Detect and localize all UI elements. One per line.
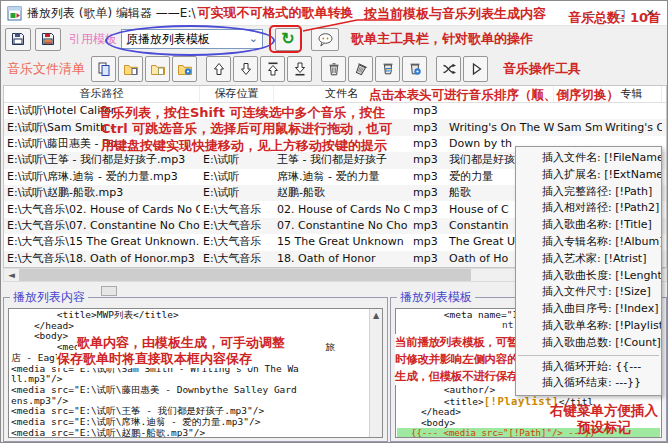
menu-item[interactable]: 插入歌曲总数: [!Count] <box>516 335 661 352</box>
play-icon <box>468 61 484 77</box>
delete-gear-button[interactable] <box>402 56 427 82</box>
cell-path: E:\大气音乐\02. House of Cards No Choi <box>4 202 200 218</box>
cell-file: 18. Oath of Honor <box>274 251 410 267</box>
cell-path: E:\大气音乐\07. Constantine No Choir.mp <box>4 218 200 234</box>
cell-ext: mp3 <box>410 152 446 168</box>
trash-file-icon <box>380 61 396 77</box>
menu-item[interactable]: 插入循环结束: ---}} <box>516 375 661 392</box>
chevron-down-icon: ⌄ <box>249 32 258 45</box>
playlist-editor-window: 播放列表 (歌单) 编辑器 ——E:\ 可实现不可格式的歌单转换 按当前模板与音… <box>0 0 668 443</box>
menu-item[interactable]: 插入歌曲长度: [!Lenght] <box>516 268 661 285</box>
copy-files-button[interactable] <box>91 56 116 82</box>
scroll-up-arrow-icon[interactable]: ▲ <box>370 309 382 321</box>
trash-gear-icon <box>407 61 423 77</box>
rows-annotation-3: 用键盘按键实现快捷移动，见上方移动按键的提示 <box>101 137 387 155</box>
menu-item[interactable]: 插入扩展名: [!ExtName] <box>516 167 661 184</box>
cell-ext: mp3 <box>410 103 446 119</box>
playlist-toolbar: 引用模板 原播放列表模板 ⌄ ↻ 歌单主工具栏，针对歌单的操作 <box>1 25 667 53</box>
cell-save: E:\试听 <box>200 185 274 201</box>
save-icon <box>10 31 26 47</box>
play-button[interactable] <box>463 56 488 82</box>
column-header-1[interactable]: 保存位置 <box>200 86 274 102</box>
cell-save: E:\大气音乐 <box>200 202 274 218</box>
folder-file-button[interactable] <box>145 56 170 82</box>
cell-file: 07. Constantine No Cho <box>274 218 410 234</box>
menu-item[interactable]: 插入曲目序号: [!Index] <box>516 301 661 318</box>
move-down-icon <box>238 61 254 77</box>
shuffle-button[interactable] <box>436 56 461 82</box>
menu-item[interactable]: 插入相对路径: [!Path2] <box>516 200 661 217</box>
music-total-label: 音乐总数: 10首 <box>568 9 661 27</box>
playlist-content-editor[interactable]: <title>MWP列表</title> </head> <body> <med… <box>8 308 383 438</box>
template-combo-value: 原播放列表模板 <box>126 31 210 48</box>
music-tools-annotation: 音乐操作工具 <box>503 60 581 78</box>
menu-separator <box>518 355 659 356</box>
cell-ext: mp3 <box>410 202 446 218</box>
cell-ext: mp3 <box>410 120 446 136</box>
delete-file-button[interactable] <box>375 56 400 82</box>
save-as-button[interactable] <box>35 28 61 51</box>
move-bottom-button[interactable] <box>287 56 312 82</box>
hscrollbar-thumb[interactable] <box>19 269 471 281</box>
playlist-content-groupbox: 播放列表内容 <title>MWP列表</title> </head> <bod… <box>3 297 388 442</box>
scroll-left-arrow-icon[interactable]: ◄ <box>4 269 19 281</box>
left-editor-vscrollbar[interactable]: ▲ <box>369 309 382 437</box>
menu-item[interactable]: 插入歌曲名称: [!Title] <box>516 217 661 234</box>
music-list-label: 音乐文件清单 <box>7 60 85 78</box>
menu-item[interactable]: 插入文件名: [!FileName] <box>516 150 661 167</box>
cell-file: 02. House of Cards No C <box>274 202 410 218</box>
save-button[interactable] <box>5 28 31 51</box>
cell-save: E:\大气音乐 <box>200 234 274 250</box>
cell-save: E:\大气音乐 <box>200 218 274 234</box>
trash-icon <box>326 61 342 77</box>
folder-gear-icon <box>177 61 193 77</box>
cell-path: E:\大气音乐\18. Oath of Honor.mp3 <box>4 251 200 267</box>
menu-item[interactable]: 插入循环开始: {{--- <box>516 359 661 376</box>
rows-annotation-2: Ctrl 可跳选音乐，选择后可用鼠标进行拖动，也可 <box>101 120 392 138</box>
cell-file: 席琳.迪翁 - 爱的力量 <box>274 169 410 185</box>
move-top-button[interactable] <box>260 56 285 82</box>
sort-annotation: 点击本表头可进行音乐排序（顺、倒序切换） <box>369 87 619 104</box>
cell-ext: mp3 <box>410 136 446 152</box>
cell-ext: mp3 <box>410 169 446 185</box>
folder-gear-button[interactable] <box>172 56 197 82</box>
playlist-template-label: 播放列表模板 <box>397 290 475 304</box>
template-annotation: 当前播放列表模板，可暂时修改并影响左侧内容的生成，但模板不进行保存 <box>395 334 518 385</box>
copy-files-icon <box>96 61 112 77</box>
splitter-handle[interactable] <box>101 286 117 296</box>
refresh-icon: ↻ <box>281 31 294 47</box>
folder-import-button[interactable] <box>118 56 143 82</box>
cell-file: 15 The Great Unknown <box>274 234 410 250</box>
menu-item[interactable]: 插入歌单名称: [!Playlist] <box>516 318 661 335</box>
column-header-0[interactable]: 音乐路径 <box>4 86 200 102</box>
delete-button[interactable] <box>321 56 346 82</box>
refresh-button[interactable]: ↻ <box>275 28 301 51</box>
template-combobox[interactable]: 原播放列表模板 ⌄ <box>121 29 263 49</box>
generate-annotation: 按当前模板与音乐列表生成内容 <box>364 5 546 23</box>
cell-ext: mp3 <box>410 218 446 234</box>
move-up-button[interactable] <box>206 56 231 82</box>
cell-save: E:\大气音乐 <box>200 251 274 267</box>
content-annotation-2: 保存歌单时将直接取本框内容保存 <box>57 350 252 368</box>
menu-item[interactable]: 插入专辑名称: [!Album] <box>516 234 661 251</box>
music-toolbar: 音乐文件清单 音乐操作工具 <box>1 53 667 85</box>
trash-sweep-icon <box>353 61 369 77</box>
playlist-toolbar-annotation: 歌单主工具栏，针对歌单的操作 <box>351 30 533 48</box>
comment-icon <box>317 32 334 47</box>
move-down-button[interactable] <box>233 56 258 82</box>
menu-item[interactable]: 插入完整路径: [!Path] <box>516 184 661 201</box>
cell-save: E:\试听 <box>200 169 274 185</box>
cell-path: E:\试听\席琳.迪翁 - 爱的力量.mp3 <box>4 169 200 185</box>
move-bottom-icon <box>292 61 308 77</box>
context-menu-annotation: 右键菜单方便插入 预设标记 <box>541 402 667 436</box>
cell-file: 赵鹏-船歌 <box>274 185 410 201</box>
shuffle-icon <box>441 61 457 77</box>
cell-path: E:\大气音乐\15 The Great Unknown.mp3 <box>4 234 200 250</box>
window-title: 播放列表 (歌单) 编辑器 ——E:\ <box>27 5 195 22</box>
comment-button[interactable] <box>311 28 339 51</box>
clear-all-button[interactable] <box>348 56 373 82</box>
cell-artist: Sam Smit <box>554 120 602 136</box>
menu-item[interactable]: 插入文件尺寸: [!Size] <box>516 284 661 301</box>
menu-item[interactable]: 插入艺术家: [!Atrist] <box>516 251 661 268</box>
app-icon <box>7 6 22 21</box>
